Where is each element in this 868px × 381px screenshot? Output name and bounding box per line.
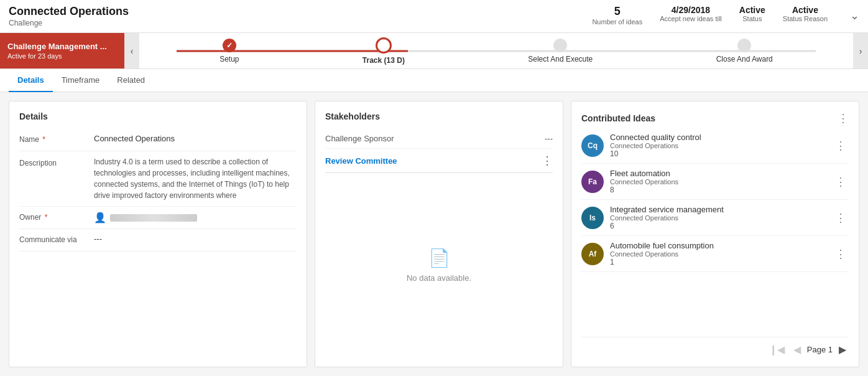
idea-title-is: Integrated service management <box>610 205 826 214</box>
idea-avatar-is: Is <box>581 207 604 229</box>
idea-info-cq: Connected quality control Connected Oper… <box>610 133 826 158</box>
stakeholders-panel: Stakeholders Challenge Sponsor --- Revie… <box>315 101 563 367</box>
step-label-setup: Setup <box>219 55 239 64</box>
field-name-required: * <box>40 135 45 144</box>
review-committee-header: Review Committee ⋮ <box>325 149 553 173</box>
page-label: Page 1 <box>807 345 833 354</box>
tab-related[interactable]: Related <box>108 69 154 92</box>
idea-row-cq: Cq Connected quality control Connected O… <box>581 128 849 164</box>
challenge-label-sub: Active for 23 days <box>7 52 117 60</box>
details-panel: Details Name * Connected Operations Desc… <box>9 101 307 367</box>
idea-info-is: Integrated service management Connected … <box>610 205 826 230</box>
idea-count-cq: 10 <box>610 149 826 158</box>
next-arrow-button[interactable]: › <box>853 33 868 68</box>
no-data-text: No data available. <box>407 273 471 283</box>
idea-subtitle-af: Connected Operations <box>610 250 826 258</box>
date-label: Accept new ideas till <box>660 15 722 22</box>
ideas-header: Contributed Ideas ⋮ <box>581 111 849 125</box>
ideas-header-menu-icon[interactable]: ⋮ <box>838 111 849 125</box>
idea-title-cq: Connected quality control <box>610 133 826 142</box>
step-setup: ✓ Setup <box>219 39 239 64</box>
step-circle-select <box>553 39 567 52</box>
owner-name-blurred <box>110 214 197 222</box>
status-value: Active <box>739 5 765 15</box>
ideas-count-stat: 5 Number of ideas <box>592 5 642 26</box>
idea-menu-fa[interactable]: ⋮ <box>833 175 849 189</box>
app-title: Connected Operations <box>9 5 592 18</box>
details-panel-title: Details <box>19 111 297 121</box>
idea-title-fa: Fleet automation <box>610 169 826 178</box>
step-circle-setup: ✓ <box>223 39 236 52</box>
tab-details[interactable]: Details <box>9 69 53 92</box>
idea-row-af: Af Automobile fuel consumption Connected… <box>581 236 849 272</box>
sponsor-row: Challenge Sponsor --- <box>325 129 553 149</box>
idea-row-is: Is Integrated service management Connect… <box>581 200 849 236</box>
field-communicate-row: Communicate via --- <box>19 229 297 252</box>
idea-row-fa: Fa Fleet automation Connected Operations… <box>581 164 849 200</box>
ideas-list: Cq Connected quality control Connected O… <box>581 128 849 272</box>
step-circle-close <box>737 39 751 52</box>
idea-count-af: 1 <box>610 258 826 266</box>
first-page-button[interactable]: ❙◀ <box>767 342 787 357</box>
app-subtitle: Challenge <box>9 19 592 27</box>
field-owner-row: Owner * 👤 <box>19 207 297 229</box>
prev-arrow-button[interactable]: ‹ <box>124 33 139 68</box>
idea-info-fa: Fleet automation Connected Operations 8 <box>610 169 826 194</box>
tab-timeframe[interactable]: Timeframe <box>53 69 109 92</box>
step-label-select: Select And Execute <box>528 55 593 64</box>
status-reason-label: Status Reason <box>783 15 828 22</box>
field-owner-label: Owner * <box>19 212 94 222</box>
idea-subtitle-is: Connected Operations <box>610 214 826 222</box>
idea-avatar-cq: Cq <box>581 134 604 157</box>
sponsor-value: --- <box>545 134 553 143</box>
step-label-track: Track (13 D) <box>362 56 405 65</box>
field-desc-label: Description <box>19 156 94 167</box>
field-owner-value: 👤 <box>94 212 297 223</box>
header-right: 5 Number of ideas 4/29/2018 Accept new i… <box>592 5 859 26</box>
header-left: Connected Operations Challenge <box>9 5 592 27</box>
main-content: Details Name * Connected Operations Desc… <box>0 92 868 376</box>
prev-page-button[interactable]: ◀ <box>791 342 803 357</box>
idea-menu-af[interactable]: ⋮ <box>833 247 849 261</box>
idea-menu-cq[interactable]: ⋮ <box>833 139 849 153</box>
challenge-label-title: Challenge Management ... <box>7 42 117 51</box>
field-name-row: Name * Connected Operations <box>19 129 297 151</box>
ideas-count-label: Number of ideas <box>592 18 642 26</box>
idea-title-af: Automobile fuel consumption <box>610 241 826 250</box>
field-communicate-label: Communicate via <box>19 234 94 244</box>
idea-subtitle-cq: Connected Operations <box>610 142 826 149</box>
status-stat: Active Status <box>739 5 765 22</box>
no-data-section: 📄 No data available. <box>325 173 553 357</box>
step-label-close: Close And Award <box>716 55 773 64</box>
idea-avatar-fa: Fa <box>581 171 604 193</box>
step-select: Select And Execute <box>528 39 593 64</box>
ideas-footer: ❙◀ ◀ Page 1 ▶ <box>581 337 849 357</box>
review-committee-menu-icon[interactable]: ⋮ <box>542 154 553 167</box>
date-stat: 4/29/2018 Accept new ideas till <box>660 5 722 22</box>
owner-person-icon: 👤 <box>94 212 106 223</box>
challenge-label[interactable]: Challenge Management ... Active for 23 d… <box>0 33 124 68</box>
ideas-panel-title: Contributed Ideas <box>581 113 838 123</box>
field-desc-value: Industry 4.0 is a term used to describe … <box>94 156 297 201</box>
step-close: Close And Award <box>716 39 773 64</box>
next-page-button[interactable]: ▶ <box>836 342 849 357</box>
idea-subtitle-fa: Connected Operations <box>610 178 826 186</box>
idea-count-fa: 8 <box>610 186 826 194</box>
review-committee-title: Review Committee <box>325 156 542 166</box>
idea-menu-is[interactable]: ⋮ <box>833 211 849 225</box>
step-track: Track (13 D) <box>362 37 405 65</box>
progress-bar-section: Challenge Management ... Active for 23 d… <box>0 33 868 69</box>
idea-count-is: 6 <box>610 222 826 230</box>
field-communicate-value: --- <box>94 234 297 243</box>
ideas-count-value: 5 <box>592 5 642 18</box>
status-reason-value: Active <box>783 5 828 15</box>
idea-info-af: Automobile fuel consumption Connected Op… <box>610 241 826 266</box>
idea-avatar-af: Af <box>581 243 604 265</box>
stakeholders-panel-title: Stakeholders <box>325 111 553 121</box>
progress-steps: ✓ Setup Track (13 D) Select And Execute … <box>139 33 853 68</box>
step-circle-track <box>376 37 392 54</box>
status-label: Status <box>739 15 765 22</box>
header-expand-icon[interactable]: ⌄ <box>850 9 859 22</box>
nav-tabs: Details Timeframe Related <box>0 69 868 92</box>
app-header: Connected Operations Challenge 5 Number … <box>0 0 868 33</box>
